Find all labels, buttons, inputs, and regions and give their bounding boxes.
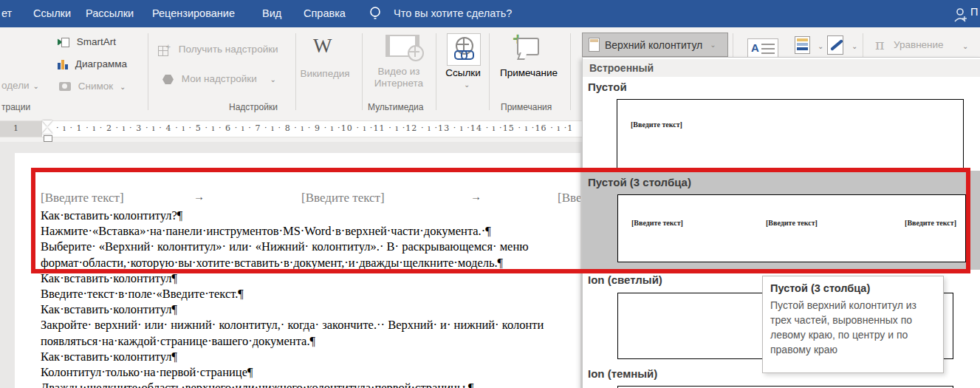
ribbon-separator: [489, 33, 490, 110]
gallery-section-header: Встроенный: [583, 59, 980, 77]
tab-references[interactable]: Ссылки: [33, 7, 71, 19]
doc-paragraph: Как·вставить·колонтитул¶: [41, 349, 580, 364]
get-addins-button[interactable]: + Получить надстройки: [158, 44, 278, 56]
group-addins: Надстройки: [229, 102, 278, 112]
chart-icon: [58, 59, 68, 69]
online-video-button-line2: Интернета: [369, 78, 428, 89]
online-video-icon: [386, 35, 419, 57]
new-comment-icon: +: [513, 35, 539, 57]
sign-in-person-icon[interactable]: [953, 7, 967, 23]
horizontal-ruler[interactable]: 1 · ı · 1 · ı · 2 · ı · 3 · ı · 4 · ı · …: [0, 120, 583, 137]
header-placeholder-center[interactable]: [Введите текст]: [301, 191, 385, 205]
doc-paragraph: Дважды·щелкните·область·верхнего·или·ниж…: [41, 380, 580, 388]
online-video-button[interactable]: Видео из: [369, 66, 428, 77]
ruler-ticks: · ı · 1 · ı · 2 · ı · 3 · ı · 4 · ı · 5 …: [56, 123, 582, 133]
ribbon-tab-bar: ет Ссылки Рассылки Рецензирование Вид Сп…: [0, 0, 980, 27]
tab-view[interactable]: Вид: [262, 7, 281, 19]
tab-arrow-icon: →: [193, 191, 205, 203]
first-line-indent-marker[interactable]: [42, 120, 52, 126]
doc-paragraph: появляться·на·каждой·странице·вашего·док…: [41, 333, 580, 349]
group-media: Мультимедиа: [368, 102, 423, 112]
addin-icon: [162, 75, 174, 84]
ribbon-separator: [436, 33, 436, 110]
group-comments: Примечания: [501, 102, 552, 112]
header-placeholder-right[interactable]: [Вве: [558, 191, 580, 205]
gallery-item-blank[interactable]: [Введите текст]: [583, 77, 980, 171]
chain-link-icon: [454, 50, 472, 58]
tell-me-search[interactable]: Что вы хотите сделать?: [394, 7, 512, 19]
header-placeholder-left[interactable]: [Введите текст]: [41, 191, 124, 205]
gallery-item-blank-3col-title: Пустой (3 столбца): [588, 176, 691, 188]
chevron-down-icon[interactable]: ⌄: [818, 42, 823, 50]
tab-help[interactable]: Справка: [304, 7, 346, 19]
text-box-icon[interactable]: A: [747, 38, 778, 59]
wikipedia-button[interactable]: Википедия: [299, 68, 351, 79]
ribbon-separator: [148, 33, 148, 110]
tab-arrow-icon: →: [470, 191, 482, 203]
gallery-tooltip: Пустой (3 столбца) Пустой верхний колонт…: [762, 276, 944, 373]
blank-preview: [Введите текст]: [617, 99, 964, 169]
doc-paragraph: Как·вставить·колонтитул¶: [41, 302, 580, 317]
tooltip-body: Пустой верхний колонтитул из трех частей…: [770, 299, 936, 358]
word-window: ет Ссылки Рассылки Рецензирование Вид Сп…: [0, 0, 980, 388]
chevron-down-icon: ⌄: [710, 41, 716, 49]
doc-paragraph: формат·области,·которую·вы·хотите·встави…: [41, 255, 580, 270]
hanging-indent-marker[interactable]: [42, 128, 52, 134]
header-button[interactable]: Верхний колонтитул ⌄: [582, 33, 728, 57]
account-label-partial[interactable]: П: [970, 6, 978, 18]
gallery-item-blank-3col[interactable]: Пустой (3 столбца) [Введите текст] [Введ…: [583, 171, 980, 270]
links-button[interactable]: Ссылки: [443, 67, 483, 78]
tooltip-title: Пустой (3 столбца): [770, 282, 936, 294]
chevron-down-icon[interactable]: ⌄: [851, 42, 857, 50]
comment-button[interactable]: Примечание: [492, 67, 566, 78]
document-page[interactable]: [Введите текст] → [Введите текст] → [Вве…: [15, 153, 580, 388]
smartart-button[interactable]: SmartArt: [58, 36, 116, 47]
left-indent-marker[interactable]: [44, 135, 52, 142]
doc-paragraph: Как·вставить·колонтитул?¶: [41, 208, 580, 223]
blank-3col-preview: [Введите текст] [Введите текст] [Введите…: [617, 194, 966, 262]
chart-button[interactable]: Диаграмма: [58, 58, 127, 69]
doc-paragraph: Закройте· верхний· или· нижний· колонтит…: [41, 317, 580, 333]
doc-paragraph: Нажмите·«Вставка»·на·панели·инструментов…: [41, 223, 580, 239]
screenshot-button[interactable]: Снимок ⌄: [59, 81, 126, 92]
smartart-icon: [58, 37, 69, 47]
grid-plus-icon: +: [158, 44, 171, 56]
doc-paragraph: Введите·текст·в·поле·«Введите·текст.¶: [41, 286, 580, 302]
ribbon-separator: [570, 33, 571, 110]
pi-icon: π: [875, 36, 885, 52]
header-page-icon: [589, 38, 600, 52]
chevron-down-icon: ⌄: [120, 83, 126, 91]
camera-icon: [59, 82, 71, 91]
lightbulb-icon: [368, 5, 383, 21]
models-button-partial[interactable]: одели⌄: [1, 80, 39, 91]
my-addins-button[interactable]: Мои надстройки ⌄: [162, 73, 276, 84]
document-text[interactable]: Как·вставить·колонтитул?¶ Нажмите·«Встав…: [41, 208, 580, 388]
chevron-down-icon: ⌄: [464, 81, 470, 89]
ruler-margin-number: 1: [13, 123, 18, 133]
doc-paragraph: Колонтитул·только·на·первой·странице¶: [41, 364, 580, 380]
tab-layout-partial[interactable]: ет: [1, 7, 12, 19]
ribbon-separator: [362, 33, 363, 110]
chevron-down-icon: ⌄: [962, 42, 968, 50]
chevron-down-icon: ⌄: [270, 75, 276, 84]
ribbon-separator: [295, 33, 296, 110]
doc-paragraph: Выберите· «Верхний· колонтитул»· или· «Н…: [41, 239, 580, 254]
signature-pen-icon[interactable]: [827, 35, 843, 55]
wikipedia-icon: W: [313, 35, 332, 58]
links-icon: [447, 33, 481, 66]
quick-parts-icon[interactable]: [795, 36, 810, 54]
group-illustrations-partial: трации: [1, 102, 30, 112]
tab-mailings[interactable]: Рассылки: [86, 7, 134, 19]
doc-paragraph: Как·вставить·колонтитул¶: [41, 270, 580, 286]
chevron-down-icon: ⌄: [33, 82, 39, 90]
tab-review[interactable]: Рецензирование: [152, 7, 235, 19]
ruler-margin-area: [0, 121, 42, 137]
equation-button[interactable]: Уравнение: [894, 39, 944, 50]
